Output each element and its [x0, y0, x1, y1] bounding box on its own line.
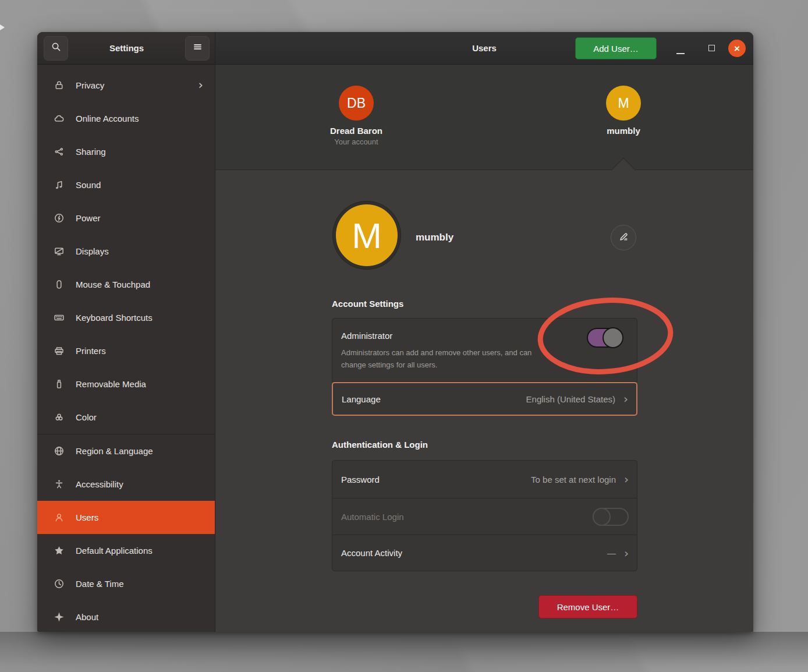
- user-card-mumbly[interactable]: M mumbly: [565, 86, 682, 136]
- color-icon: [54, 412, 65, 423]
- page-title: Users: [472, 43, 497, 53]
- password-row[interactable]: Password To be set at next login ›: [332, 461, 637, 498]
- sidebar-item-label: Sound: [76, 180, 203, 190]
- avatar[interactable]: M: [606, 86, 641, 121]
- chevron-right-icon: ›: [199, 79, 203, 91]
- users-icon: [54, 512, 65, 523]
- sidebar-item-default-applications[interactable]: Default Applications: [37, 534, 215, 567]
- chevron-right-icon: ›: [624, 547, 629, 559]
- sidebar-item-label: About: [76, 612, 203, 622]
- administrator-toggle[interactable]: [587, 328, 623, 348]
- close-icon: ×: [734, 44, 740, 54]
- sidebar-header: Settings: [37, 32, 215, 65]
- sidebar-item-privacy[interactable]: Privacy›: [37, 69, 215, 102]
- printer-icon: [54, 345, 65, 356]
- minimize-button[interactable]: [676, 53, 685, 54]
- primary-menu-button[interactable]: [185, 36, 210, 61]
- headerbar: Users Add User… ×: [215, 32, 753, 65]
- account-settings-heading: Account Settings: [332, 299, 403, 309]
- account-activity-row[interactable]: Account Activity — ›: [332, 535, 637, 571]
- accessibility-icon: [54, 479, 65, 490]
- sidebar-item-removable-media[interactable]: Removable Media: [37, 367, 215, 401]
- sidebar-item-users[interactable]: Users: [37, 501, 215, 534]
- sidebar-item-label: Removable Media: [76, 379, 203, 389]
- cloud-icon: [54, 113, 65, 124]
- sidebar-item-about[interactable]: About: [37, 600, 215, 632]
- mouse-icon: [54, 279, 65, 290]
- administrator-label: Administrator: [341, 331, 392, 341]
- add-user-button[interactable]: Add User…: [575, 37, 657, 59]
- toggle-knob: [603, 327, 623, 348]
- settings-window: Settings Privacy›Online AccountsSharingS…: [37, 32, 753, 632]
- administrator-description: Administrators can add and remove other …: [341, 347, 557, 372]
- sidebar-item-mouse-touchpad[interactable]: Mouse & Touchpad: [37, 268, 215, 301]
- share-icon: [54, 146, 65, 157]
- sidebar-list: Privacy›Online AccountsSharingSoundPower…: [37, 65, 215, 632]
- main-panel: Users Add User… × DB Dread Baron Your ac…: [215, 32, 753, 632]
- user-carousel: DB Dread Baron Your account M mumbly: [215, 65, 753, 170]
- sidebar-item-keyboard-shortcuts[interactable]: Keyboard Shortcuts: [37, 301, 215, 334]
- user-card-dread-baron[interactable]: DB Dread Baron Your account: [298, 86, 414, 146]
- user-avatar-large[interactable]: M: [333, 201, 401, 269]
- pencil-icon: [618, 231, 629, 245]
- sidebar-item-color[interactable]: Color: [37, 401, 215, 434]
- password-value: To be set at next login: [531, 475, 616, 484]
- globe-icon: [54, 445, 65, 457]
- sidebar-item-displays[interactable]: Displays: [37, 235, 215, 268]
- sidebar-item-online-accounts[interactable]: Online Accounts: [37, 102, 215, 135]
- displays-icon: [54, 246, 65, 257]
- sidebar-item-label: Online Accounts: [76, 114, 203, 123]
- sidebar-item-label: Accessibility: [76, 479, 203, 489]
- user-detail: M mumbly Account Settings Administrator …: [215, 170, 753, 632]
- language-label: Language: [342, 394, 526, 404]
- toggle-knob: [593, 508, 611, 526]
- automatic-login-row: Automatic Login: [332, 498, 637, 535]
- user-name: mumbly: [607, 126, 640, 136]
- account-activity-label: Account Activity: [341, 548, 607, 558]
- authentication-list: Password To be set at next login › Autom…: [332, 460, 637, 571]
- sidebar-item-label: Mouse & Touchpad: [76, 280, 203, 289]
- window-shadow: [0, 632, 808, 668]
- removable-icon: [54, 379, 65, 390]
- sidebar-item-printers[interactable]: Printers: [37, 334, 215, 367]
- edit-name-button[interactable]: [611, 225, 636, 250]
- sidebar-item-label: Default Applications: [76, 546, 203, 556]
- your-account-label: Your account: [334, 137, 378, 146]
- language-row[interactable]: Language English (United States) ›: [332, 382, 637, 416]
- sound-icon: [54, 179, 65, 190]
- sidebar-item-power[interactable]: Power: [37, 201, 215, 235]
- desktop: Settings Privacy›Online AccountsSharingS…: [0, 0, 808, 672]
- sidebar-item-date-time[interactable]: Date & Time: [37, 567, 215, 600]
- power-icon: [54, 213, 65, 224]
- sidebar-item-label: Printers: [76, 346, 203, 356]
- sidebar-item-sound[interactable]: Sound: [37, 168, 215, 201]
- search-button[interactable]: [44, 36, 68, 61]
- search-icon: [51, 41, 62, 55]
- chevron-right-icon: ›: [624, 473, 629, 485]
- sidebar: Settings Privacy›Online AccountsSharingS…: [37, 32, 215, 632]
- user-name: Dread Baron: [330, 126, 382, 136]
- automatic-login-toggle[interactable]: [593, 508, 629, 526]
- sidebar-item-region-language[interactable]: Region & Language: [37, 434, 215, 468]
- sidebar-item-label: Sharing: [76, 147, 203, 157]
- account-activity-value: —: [607, 548, 616, 558]
- hamburger-menu-icon: [192, 41, 203, 55]
- sidebar-item-accessibility[interactable]: Accessibility: [37, 468, 215, 501]
- sidebar-item-label: Power: [76, 213, 203, 223]
- sidebar-item-label: Date & Time: [76, 579, 203, 589]
- language-value: English (United States): [526, 394, 615, 404]
- sidebar-item-label: Region & Language: [76, 446, 203, 456]
- star-icon: [54, 545, 65, 556]
- lock-icon: [54, 80, 65, 91]
- sidebar-item-sharing[interactable]: Sharing: [37, 135, 215, 168]
- close-button[interactable]: ×: [728, 40, 746, 57]
- password-label: Password: [341, 475, 531, 484]
- sidebar-item-label: Displays: [76, 246, 203, 256]
- avatar[interactable]: DB: [339, 86, 374, 121]
- sidebar-item-label: Keyboard Shortcuts: [76, 313, 203, 323]
- automatic-login-label: Automatic Login: [341, 512, 593, 522]
- maximize-button[interactable]: [708, 45, 715, 51]
- authentication-heading: Authentication & Login: [332, 440, 428, 450]
- remove-user-button[interactable]: Remove User…: [538, 595, 637, 618]
- sidebar-item-label: Color: [76, 412, 203, 422]
